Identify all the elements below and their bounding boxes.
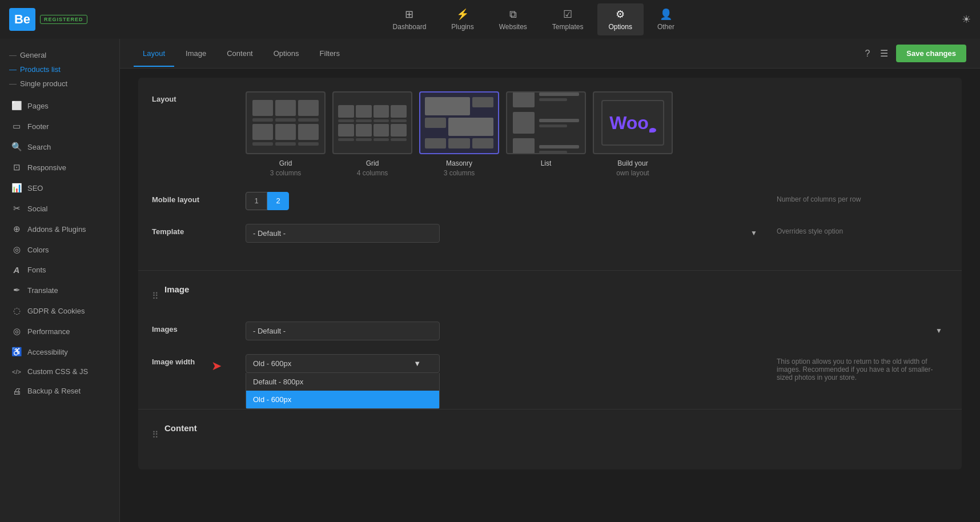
secondary-header: Layout Image Content Options Filters ? ☰… (120, 39, 980, 69)
performance-icon: ◎ (11, 326, 22, 336)
layout-field-row: Layout (152, 91, 948, 178)
nav-item-options[interactable]: ⚙ Options (597, 3, 644, 35)
image-width-value: Old - 600px (253, 359, 291, 368)
layout-preview-woo: Woo (593, 91, 673, 154)
sidebar-item-footer[interactable]: ▭ Footer (0, 116, 119, 136)
sidebar-item-gdpr[interactable]: ◌ GDPR & Cookies (0, 300, 119, 321)
layout-section: Layout (138, 78, 962, 270)
template-field-row: Template - Default - ▼ Overrides style o… (152, 224, 948, 243)
template-control: - Default - ▼ (246, 224, 763, 243)
sidebar-label-accessibility: Accessibility (27, 348, 68, 356)
tab-filters[interactable]: Filters (311, 41, 349, 67)
images-select[interactable]: - Default - (246, 322, 440, 340)
image-section-title: Image (164, 284, 189, 294)
logo[interactable]: Be (9, 8, 35, 31)
dots-drag-icon: ⠿ (152, 291, 159, 302)
images-label: Images (152, 322, 232, 334)
template-select-wrap: - Default - ▼ (246, 224, 763, 243)
layout-preview-list (506, 91, 586, 154)
nav-label-plugins: Plugins (451, 23, 473, 31)
sidebar-label-backup: Backup & Reset (27, 387, 81, 395)
notes-button[interactable]: ☰ (878, 46, 890, 61)
sidebar-item-responsive[interactable]: ⊡ Responsive (0, 157, 119, 178)
image-width-option-default[interactable]: Default - 800px (246, 373, 439, 391)
image-width-option-old[interactable]: Old - 600px (246, 391, 439, 408)
logo-area: Be REGISTERED (9, 8, 87, 31)
backup-icon: 🖨 (11, 386, 22, 396)
content-section: ⠿ Content (138, 409, 962, 469)
sidebar-item-performance[interactable]: ◎ Performance (0, 321, 119, 342)
other-icon: 👤 (660, 8, 672, 21)
tab-content[interactable]: Content (218, 41, 262, 67)
layout-option-masonry3[interactable]: Masonry 3 columns (419, 91, 499, 178)
layout-caption-masonry3: Masonry 3 columns (444, 159, 475, 178)
layout-option-grid3[interactable]: Grid 3 columns (246, 91, 326, 178)
sidebar-item-social[interactable]: ✂ Social (0, 198, 119, 219)
image-width-field-row: Image width ➤ Old - 600px ▼ De (152, 354, 948, 382)
mobile-col-2-button[interactable]: 2 (267, 192, 289, 210)
mobile-layout-hint: Number of columns per row (777, 192, 948, 203)
sidebar-label-performance: Performance (27, 327, 70, 336)
sidebar-label-seo: SEO (27, 184, 43, 192)
sidebar-label-footer: Footer (27, 122, 49, 131)
tab-image[interactable]: Image (176, 41, 215, 67)
header-actions: ? ☰ Save changes (862, 45, 966, 62)
image-width-menu: Default - 800px Old - 600px (246, 373, 440, 409)
image-width-display[interactable]: Old - 600px ▼ (246, 354, 440, 373)
sidebar-item-single-product[interactable]: — Single product (9, 77, 110, 91)
sidebar-label-translate: Translate (27, 286, 58, 295)
theme-toggle-icon[interactable]: ☀ (962, 13, 971, 26)
image-section: ⠿ Image Images - Default - ▼ (138, 270, 962, 409)
image-width-control: ➤ Old - 600px ▼ Default - 800px Old - 60… (246, 354, 763, 373)
sidebar-label-products-list: Products list (20, 65, 61, 74)
layout-preview-grid3 (246, 91, 326, 154)
sidebar-item-seo[interactable]: 📊 SEO (0, 178, 119, 198)
nav-label-websites: Websites (499, 23, 527, 31)
nav-item-templates[interactable]: ☑ Templates (541, 3, 595, 35)
template-label: Template (152, 224, 232, 236)
sidebar-label-gdpr: GDPR & Cookies (27, 307, 85, 315)
tab-options[interactable]: Options (264, 41, 308, 67)
nav-item-plugins[interactable]: ⚡ Plugins (440, 3, 485, 35)
save-changes-button[interactable]: Save changes (896, 45, 966, 62)
mobile-col-1-button[interactable]: 1 (246, 192, 267, 210)
sidebar-item-addons[interactable]: ⊕ Addons & Plugins (0, 219, 119, 239)
search-icon: 🔍 (11, 142, 22, 152)
nav-item-dashboard[interactable]: ⊞ Dashboard (381, 3, 438, 35)
layout-option-list[interactable]: List (506, 91, 586, 178)
websites-icon: ⧉ (509, 9, 517, 21)
sidebar-item-search[interactable]: 🔍 Search (0, 136, 119, 157)
sidebar-label-responsive: Responsive (27, 163, 66, 172)
template-select[interactable]: - Default - (246, 224, 440, 243)
nav-item-other[interactable]: 👤 Other (646, 3, 686, 35)
footer-icon: ▭ (11, 121, 22, 131)
sidebar-item-products-list[interactable]: — Products list (9, 62, 110, 77)
sidebar-item-accessibility[interactable]: ♿ Accessibility (0, 342, 119, 362)
tab-layout[interactable]: Layout (134, 41, 174, 67)
sidebar-item-colors[interactable]: ◎ Colors (0, 239, 119, 260)
template-select-arrow-icon: ▼ (750, 229, 757, 237)
sidebar-item-backup[interactable]: 🖨 Backup & Reset (0, 381, 119, 401)
pages-icon: ⬜ (11, 101, 22, 111)
sidebar-item-fonts[interactable]: A Fonts (0, 260, 119, 280)
content-dots-icon: ⠿ (152, 429, 159, 440)
help-button[interactable]: ? (862, 46, 872, 61)
app-body: — General — Products list — Single produ… (0, 39, 980, 522)
layout-option-woo[interactable]: Woo Build your own layout (593, 91, 673, 178)
layout-option-grid4[interactable]: Grid 4 columns (332, 91, 412, 178)
mobile-layout-label: Mobile layout (152, 192, 232, 204)
sidebar-item-general[interactable]: — General (9, 48, 110, 62)
sidebar-item-customcss[interactable]: </> Custom CSS & JS (0, 362, 119, 381)
options-icon: ⚙ (616, 8, 625, 21)
mobile-layout-control: 1 2 (246, 192, 763, 210)
sidebar-item-translate[interactable]: ✒ Translate (0, 280, 119, 300)
plugins-icon: ⚡ (456, 8, 469, 21)
content-section-title: Content (164, 423, 197, 433)
sidebar-item-pages[interactable]: ⬜ Pages (0, 95, 119, 116)
image-width-dropdown[interactable]: Old - 600px ▼ Default - 800px Old - 600p… (246, 354, 440, 373)
nav-label-other: Other (657, 23, 674, 31)
layout-caption-woo: Build your own layout (616, 159, 649, 178)
addons-icon: ⊕ (11, 224, 22, 234)
sidebar-label-fonts: Fonts (27, 266, 46, 274)
nav-item-websites[interactable]: ⧉ Websites (488, 4, 539, 35)
